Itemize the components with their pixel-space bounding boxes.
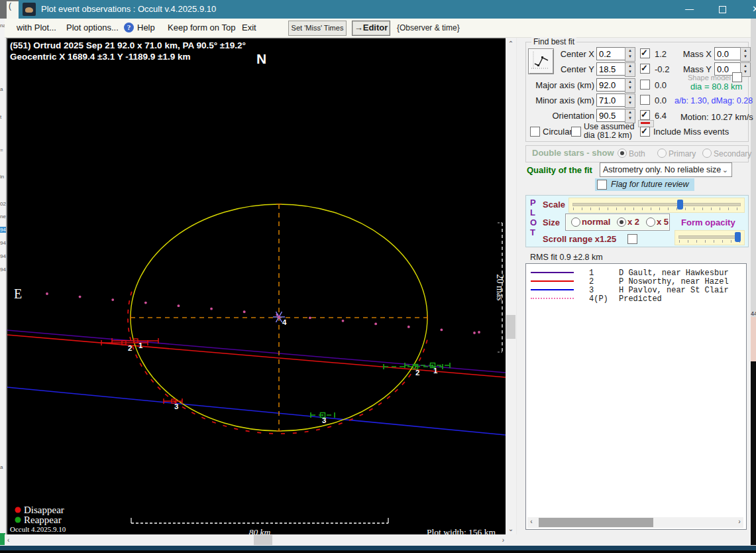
ellipse-uncertainty-tick [136,355,138,358]
double-secondary-radio[interactable] [702,149,712,158]
flag-review-checkbox[interactable] [597,180,607,190]
major-axis-spinner[interactable]: ▲▼ [625,78,635,93]
vertical-scroll-thumb[interactable] [506,315,515,339]
plot-area[interactable]: 421321320 mas80 kmPlot width: 156 km(551… [7,38,506,534]
plot-horizontal-scrollbar[interactable]: ‹ › [5,534,507,546]
close-button[interactable]: ✕ [741,0,756,19]
circular-checkbox[interactable] [530,127,540,137]
center-y-input[interactable] [596,62,626,76]
maximize-button[interactable] [708,0,737,19]
size-x2-radio[interactable] [617,217,626,227]
mass-x-label: Mass X [682,49,712,59]
ellipse-uncertainty-tick [423,349,425,353]
predicted-path-dot [79,296,81,298]
menu-plot-options[interactable]: Plot options... [66,23,119,32]
plot-canvas[interactable]: 421321320 mas80 kmPlot width: 156 km(551… [7,38,506,534]
title-bar[interactable]: Plot event observations : Occult v.4.202… [19,0,756,19]
minor-axis-check-value: 0.0 [655,95,667,105]
chord-line-sample-2 [531,280,574,282]
set-miss-times-button[interactable]: Set 'Miss' Times [288,21,347,36]
center-y-spinner[interactable]: ▲▼ [625,62,635,77]
minor-axis-input[interactable] [596,93,626,107]
form-opacity-slider-thumb[interactable] [735,232,741,242]
reappear-marker-label: 2 [415,369,419,377]
predicted-path-dot [144,302,147,304]
include-miss-label: Include Miss events [653,127,729,137]
shape-model-checkbox[interactable] [732,72,742,82]
quality-value: Astrometry only. No reliable size [603,165,721,174]
help-icon[interactable]: ? [124,23,134,32]
scroll-up-arrow[interactable]: ⌃ [506,40,516,47]
scroll-range-label: Scroll range x1.25 [543,234,616,244]
predicted-path-dot [374,322,377,325]
reappear-marker-label: 1 [433,367,438,375]
mass-x-input[interactable] [714,47,743,60]
observer-time-label: {Observer & time} [397,23,460,32]
menu-bar: with Plot... Plot options... ? Help Keep… [5,19,751,38]
list-scroll-left-arrow[interactable]: ‹ [529,519,533,526]
size-normal-radio[interactable] [571,217,580,227]
center-x-spinner[interactable]: ▲▼ [625,47,635,62]
center-x-input[interactable] [596,47,626,60]
double-primary-radio[interactable] [657,149,667,158]
center-x-checkbox[interactable] [640,48,650,58]
observer-row[interactable]: 2 P Nosworthy, near Hazel [526,277,746,286]
observer-list-scrollbar[interactable]: ‹ › [527,517,743,528]
observer-list[interactable]: 1 D Gault, near Hawkesbur 2 P Nosworthy,… [525,263,747,530]
list-scroll-right-arrow[interactable]: › [737,519,741,526]
include-miss-checkbox[interactable] [640,127,650,137]
minimize-button[interactable]: — [675,0,704,19]
ellipse-uncertainty-tick [359,414,362,416]
use-assumed-checkbox[interactable] [571,127,581,137]
size-x5-radio[interactable] [646,217,655,227]
scroll-range-checkbox[interactable] [627,234,637,244]
scroll-down-arrow[interactable]: ⌄ [506,525,516,532]
scale-slider-thumb[interactable] [677,200,683,210]
major-axis-checkbox[interactable] [640,80,650,90]
list-scroll-thumb[interactable] [539,518,653,527]
ellipse-uncertainty-tick [409,374,411,377]
predicted-path-dot [342,320,345,322]
plot-vertical-scrollbar[interactable]: ⌃ ⌄ [506,38,516,534]
center-y-checkbox[interactable] [640,64,650,74]
menu-exit[interactable]: Exit [242,23,256,32]
mass-x-spinner[interactable]: ▲▼ [740,47,751,62]
minor-axis-checkbox[interactable] [640,95,650,105]
disappear-marker-label: 1 [138,341,143,349]
ellipse-uncertainty-tick [223,426,227,427]
predicted-path-dot [210,308,213,310]
editor-button[interactable]: →Editor [352,21,390,36]
size-x5-label: x 5 [657,217,669,227]
orientation-checkbox[interactable] [640,110,650,120]
menu-with-plot[interactable]: with Plot... [17,23,56,32]
ab-dmag-value: a/b: 1.30, dMag: 0.28 [675,96,753,105]
minor-axis-spinner[interactable]: ▲▼ [625,93,635,108]
form-opacity-slider[interactable] [675,230,745,245]
ellipse-uncertainty-tick [426,339,427,343]
size-radio-group: normal x 2 x 5 [565,214,670,231]
predicted-line-sample [531,298,574,300]
scroll-left-arrow[interactable]: ‹ [7,536,9,544]
major-axis-input[interactable] [596,78,626,92]
background-window-left-sliver: naat=in02ne94949494a [0,0,7,553]
observer-row[interactable]: 1 D Gault, near Hawkesbur [526,269,746,277]
chord-line-sample-3 [531,289,574,290]
menu-help[interactable]: Help [137,23,155,32]
horizontal-scroll-thumb[interactable] [254,535,272,545]
predicted-path-dot [440,329,443,332]
observer-row[interactable]: 4(P) Predicted [526,294,746,303]
scale-slider[interactable] [568,198,745,213]
scroll-right-arrow[interactable]: › [502,536,504,544]
predicted-path-dot [111,298,114,301]
size-label: Size [543,217,560,227]
predicted-path-dot [473,332,476,334]
menu-keep-on-top[interactable]: Keep form on Top [168,23,235,32]
orientation-spinner[interactable]: ▲▼ [625,109,635,123]
orientation-input[interactable] [596,109,626,122]
quality-dropdown[interactable]: Astrometry only. No reliable size ⌄ [600,162,732,177]
ellipse-uncertainty-tick [191,412,195,414]
predicted-path-dot [178,304,180,307]
double-both-radio[interactable] [618,149,627,158]
find-best-fit-button[interactable] [528,48,554,74]
observer-row[interactable]: 3 H Pavlov, near St Clair [526,286,746,294]
